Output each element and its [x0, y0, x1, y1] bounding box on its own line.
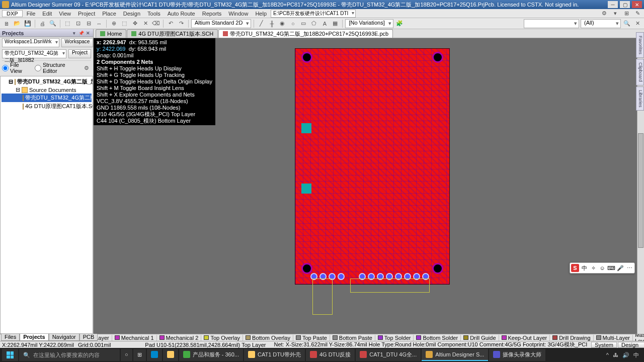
- doc-tab-schematic[interactable]: 4G DTU原理图CAT1版本.SCH: [127, 29, 218, 38]
- close-button[interactable]: ✕: [632, 1, 642, 8]
- menu-view[interactable]: View: [56, 10, 74, 17]
- menu-help[interactable]: Help: [252, 10, 270, 17]
- ime-keyboard-button[interactable]: ⌨: [607, 264, 615, 272]
- ime-emoji-button[interactable]: ☺: [598, 264, 606, 272]
- via-icon[interactable]: ◉: [278, 19, 287, 28]
- project-tree[interactable]: ⊟带壳DTU_STM32_4G第二版_加 ⊟Source Documents 带…: [0, 76, 93, 334]
- workspace-button[interactable]: Workspace: [61, 38, 94, 47]
- tray-net-icon[interactable]: 🖧: [613, 352, 618, 358]
- variations-icon[interactable]: 🧩: [395, 19, 404, 28]
- bottom-tab-projects[interactable]: Projects: [20, 334, 48, 341]
- filter-field[interactable]: [524, 19, 579, 28]
- taskbar-app[interactable]: 摄像头录像大师: [489, 349, 545, 361]
- layer-tab[interactable]: Top Overlay: [201, 335, 243, 341]
- variations-combo[interactable]: [No Variations]: [345, 19, 393, 28]
- menu-tools[interactable]: Tools: [144, 10, 164, 17]
- clear-icon[interactable]: ⌫: [151, 19, 160, 28]
- tree-source-folder[interactable]: ⊟Source Documents: [2, 86, 92, 94]
- bottom-tab-files[interactable]: Files: [1, 334, 20, 341]
- task-explorer[interactable]: [163, 349, 178, 361]
- status-btn-system[interactable]: System: [591, 342, 617, 348]
- panel-settings-icon[interactable]: ⚙: [83, 63, 91, 72]
- system-tray[interactable]: ^ 🖧 🔊 中: [603, 351, 642, 359]
- panel-menu-icon[interactable]: ▾: [71, 30, 77, 36]
- project-button[interactable]: Project: [68, 49, 91, 58]
- layer-tab[interactable]: Top Solder: [375, 335, 414, 341]
- taskbar-app[interactable]: 4G DTU反接: [306, 349, 355, 361]
- taskbar-app[interactable]: CAT1 DTU带外壳: [244, 349, 305, 361]
- maximize-button[interactable]: ▢: [620, 1, 630, 8]
- zoom-selected-icon[interactable]: ⊟: [84, 19, 93, 28]
- taskbar-search[interactable]: 🔍在这里输入你要搜索的内容: [19, 349, 120, 361]
- status-btn-designcompiler[interactable]: Design Compiler: [618, 342, 644, 348]
- task-taskview[interactable]: ⊞: [133, 349, 146, 361]
- panel-pin-icon[interactable]: 📌: [78, 30, 84, 36]
- project-combo[interactable]: 带壳DTU_STM32_4G第二版_加18B2: [2, 49, 66, 58]
- select-icon[interactable]: ⬚: [120, 19, 129, 28]
- ime-lang-button[interactable]: 中: [580, 264, 588, 272]
- layer-tab[interactable]: Top Paste: [293, 335, 330, 341]
- polygon-icon[interactable]: ⬠: [309, 19, 318, 28]
- component-icon[interactable]: ▦: [331, 19, 340, 28]
- new-icon[interactable]: 🗎: [2, 19, 11, 28]
- route-diff-icon[interactable]: ╫: [267, 19, 276, 28]
- task-cortana[interactable]: ○: [121, 349, 132, 361]
- string-icon[interactable]: A: [320, 19, 329, 28]
- tree-file-pcb[interactable]: 带壳DTU_STM32_4G第二版_加1📄: [2, 94, 92, 102]
- menu-place[interactable]: Place: [99, 10, 119, 17]
- cross-probe-icon[interactable]: ⊕: [109, 19, 118, 28]
- taskbar-app[interactable]: Altium Designer S...: [422, 349, 488, 361]
- pcb-canvas[interactable]: x: 2262.947 dx: 963.585 mil y: 2422.069 …: [94, 38, 644, 334]
- open-icon[interactable]: 📂: [13, 19, 22, 28]
- pad-icon[interactable]: ○: [288, 19, 297, 28]
- menu-design[interactable]: Design: [120, 10, 143, 17]
- redo-icon[interactable]: ↷: [177, 19, 186, 28]
- structure-editor-radio[interactable]: Structure Editor: [35, 62, 78, 74]
- toolbar-dropdown-icon[interactable]: ▾: [611, 9, 620, 18]
- ime-voice-button[interactable]: 🎤: [616, 264, 624, 272]
- taskbar-app[interactable]: 产品和服务 - 360...: [179, 349, 243, 361]
- path-combo[interactable]: E:\PCB开发板硬件设计\CAT1 DTI: [271, 10, 356, 18]
- start-button[interactable]: [2, 349, 18, 361]
- layer-tab[interactable]: Keep-Out Layer: [499, 335, 550, 341]
- save-icon[interactable]: 💾: [23, 19, 32, 28]
- layer-tab[interactable]: Bottom Paste: [330, 335, 375, 341]
- ime-toolbar[interactable]: S 中 ✧ ☺ ⌨ 🎤 ⋯: [570, 262, 635, 274]
- tray-up-icon[interactable]: ^: [606, 352, 609, 358]
- layer-tab[interactable]: Drill Drawing: [550, 335, 593, 341]
- menu-project[interactable]: Project: [75, 10, 98, 17]
- task-edge[interactable]: [147, 349, 162, 361]
- right-tab-libraries[interactable]: Libraries: [636, 86, 644, 111]
- menu-window[interactable]: Window: [225, 10, 251, 17]
- preview-icon[interactable]: 🔍: [48, 19, 57, 28]
- ime-logo-icon[interactable]: S: [571, 264, 579, 272]
- undo-icon[interactable]: ↶: [166, 19, 175, 28]
- ime-punct-button[interactable]: ✧: [589, 264, 597, 272]
- toolbar-config-icon[interactable]: ⚙: [600, 9, 609, 18]
- doc-tab-pcb[interactable]: 带壳DTU_STM32_4G第二版_加18B20+PC817+25Q16993E…: [218, 29, 393, 38]
- filter-clear-icon[interactable]: ✕: [633, 19, 642, 28]
- tray-ime-icon[interactable]: 中: [633, 351, 639, 359]
- menu-autoroute[interactable]: Auto Route: [165, 10, 198, 17]
- bottom-tab-pcb[interactable]: PCB: [79, 334, 98, 341]
- tray-vol-icon[interactable]: 🔊: [622, 352, 629, 358]
- menu-edit[interactable]: Edit: [39, 10, 55, 17]
- doc-tab-home[interactable]: Home: [96, 29, 126, 38]
- tree-file-sch[interactable]: 4G DTU原理图CAT1版本.SCH📄: [2, 102, 92, 111]
- layer-tab[interactable]: Mechanical 1: [112, 335, 157, 341]
- layer-tab[interactable]: Bottom Solder: [414, 335, 461, 341]
- display-mode-combo[interactable]: Altium Standard 2D: [191, 19, 251, 28]
- route-track-icon[interactable]: ╱: [257, 19, 266, 28]
- right-tab-clipboard[interactable]: Clipboard: [636, 59, 644, 85]
- layer-tab[interactable]: Mechanical 2: [157, 335, 202, 341]
- print-icon[interactable]: 🖨: [38, 19, 47, 28]
- ime-more-button[interactable]: ⋯: [625, 264, 633, 272]
- filter-apply-icon[interactable]: 🔍: [622, 19, 631, 28]
- layer-tab[interactable]: Bottom Overlay: [243, 335, 293, 341]
- filter-scope-combo[interactable]: (All): [581, 19, 621, 28]
- deselect-icon[interactable]: ✕: [141, 19, 150, 28]
- panel-close-icon[interactable]: ✕: [85, 30, 91, 36]
- flip-icon[interactable]: ↔: [95, 19, 104, 28]
- taskbar-app[interactable]: CAT1_DTU 4G全...: [356, 349, 421, 361]
- menu-file[interactable]: File: [24, 10, 39, 17]
